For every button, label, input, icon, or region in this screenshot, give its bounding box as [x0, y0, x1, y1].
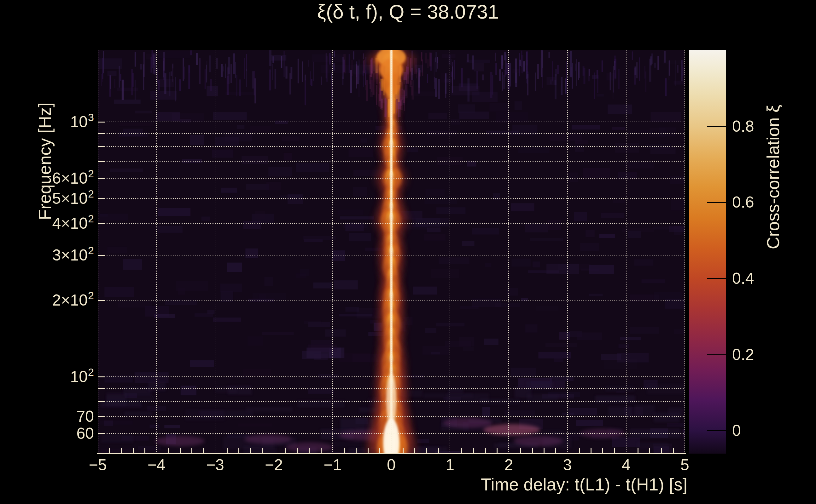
chart-title: ξ(δ t, f), Q = 38.0731: [0, 1, 816, 22]
colorbar-tick-label: 0.6: [732, 193, 754, 211]
y-tick-mark: [98, 376, 105, 377]
x-tick-label: −5: [72, 456, 123, 474]
colorbar-tick: [707, 278, 726, 279]
v-gridline: [626, 50, 627, 454]
y-tick-mark: [98, 300, 105, 301]
x-tick-label: 3: [542, 456, 593, 474]
y-tick-mark: [98, 223, 105, 224]
y-tick-label: 3×102: [52, 246, 94, 264]
x-tick-label: −3: [190, 456, 240, 474]
v-gridline: [508, 50, 509, 454]
y-tick-mark: [98, 146, 105, 147]
v-gridline: [332, 50, 333, 454]
y-tick-label: 60: [76, 425, 94, 442]
v-gridline: [215, 50, 216, 454]
v-gridline: [156, 50, 157, 454]
x-tick-label: −1: [308, 456, 358, 474]
x-tick-label: 0: [366, 456, 417, 474]
grid-layer: [98, 50, 685, 454]
x-tick-label: 5: [660, 456, 710, 474]
v-gridline: [684, 50, 685, 454]
y-tick-mark: [98, 198, 105, 199]
colorbar: [689, 50, 726, 454]
y-tick-mark: [98, 433, 105, 434]
v-gridline: [98, 50, 98, 454]
y-tick-mark: [98, 401, 105, 402]
colorbar-tick-label: 0.8: [732, 117, 754, 135]
x-axis-line: [97, 453, 686, 454]
y-tick-mark: [98, 178, 105, 179]
y-tick-mark: [98, 122, 105, 123]
y-tick-mark: [98, 161, 105, 162]
y-tick-label: 70: [76, 408, 94, 425]
v-gridline: [391, 50, 392, 454]
x-tick-label: 4: [601, 456, 652, 474]
y-tick-label: 6×102: [52, 169, 94, 187]
v-gridline: [274, 50, 274, 454]
colorbar-tick-label: 0.2: [732, 346, 754, 364]
v-gridline: [450, 50, 450, 454]
colorbar-tick: [707, 430, 726, 431]
colorbar-tick: [707, 202, 726, 203]
colorbar-tick-label: 0.4: [732, 270, 754, 287]
colorbar-tick-label: 0: [732, 422, 741, 439]
y-tick-mark: [98, 255, 105, 256]
x-tick-label: 1: [425, 456, 475, 474]
y-tick-mark: [98, 388, 105, 389]
y-tick-label: 5×102: [52, 190, 94, 207]
x-tick-label: −2: [249, 456, 299, 474]
v-gridline: [567, 50, 568, 454]
x-axis-title: Time delay: t(L1) - t(H1) [s]: [481, 474, 687, 495]
y-axis-title: Frequency [Hz]: [35, 103, 55, 220]
colorbar-tick: [707, 354, 726, 355]
x-tick-label: −4: [131, 456, 181, 474]
colorbar-tick: [707, 126, 726, 127]
y-tick-label: 103: [70, 113, 94, 131]
x-tick-label: 2: [483, 456, 534, 474]
y-tick-label: 2×102: [52, 291, 94, 309]
colorbar-title: Cross-correlation ξ: [763, 105, 783, 249]
figure: ξ(δ t, f), Q = 38.0731 Frequency [Hz] 60…: [0, 0, 816, 504]
y-tick-mark: [98, 416, 105, 417]
y-tick-label: 102: [70, 368, 94, 386]
heatmap-plot: [98, 50, 685, 454]
y-tick-mark: [98, 133, 105, 134]
y-tick-label: 4×102: [52, 215, 94, 232]
